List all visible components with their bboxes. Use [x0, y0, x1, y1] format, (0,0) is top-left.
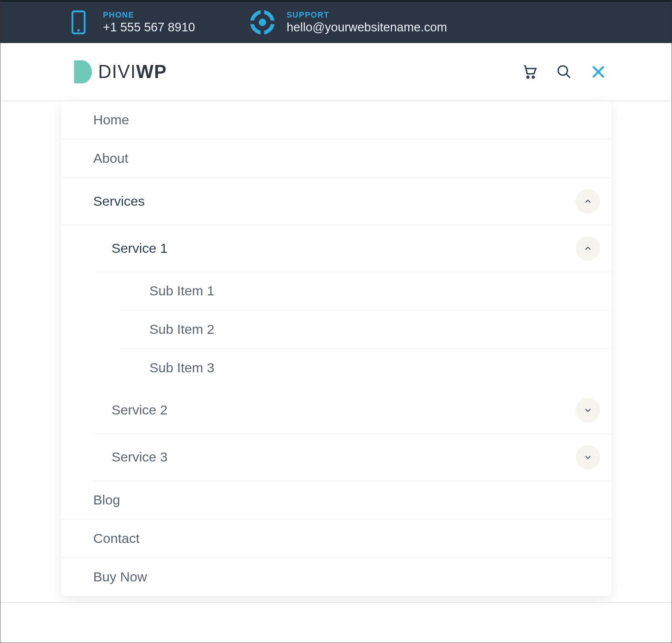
menu-label: Sub Item 1: [149, 283, 214, 299]
service-1-submenu: Sub Item 1 Sub Item 2 Sub Item 3: [119, 272, 611, 387]
menu-item-about[interactable]: About: [62, 140, 611, 178]
menu-item-blog[interactable]: Blog: [62, 481, 611, 520]
phone-block: PHONE +1 555 567 8910: [66, 10, 195, 34]
menu-item-service-1[interactable]: Service 1: [93, 225, 611, 272]
svg-rect-6: [250, 21, 255, 24]
svg-rect-5: [260, 30, 264, 35]
support-label: SUPPORT: [287, 10, 447, 19]
menu-item-service-3[interactable]: Service 3: [93, 434, 611, 481]
logo[interactable]: DIVIWP: [66, 59, 167, 85]
menu-item-service-2[interactable]: Service 2: [93, 387, 611, 434]
chevron-up-icon[interactable]: [576, 236, 600, 260]
services-submenu: Service 1 Sub Item 1 Sub Item 2 Sub Item…: [93, 225, 611, 481]
mobile-menu-panel: Home About Services Service 1 Sub Item 1: [62, 101, 611, 596]
menu-label: Home: [93, 112, 129, 128]
chevron-down-icon[interactable]: [576, 445, 600, 469]
support-block: SUPPORT hello@yourwebsitename.com: [250, 10, 447, 34]
menu-item-sub-2[interactable]: Sub Item 2: [119, 311, 611, 349]
svg-point-9: [532, 76, 534, 78]
menu-item-buy-now[interactable]: Buy Now: [62, 558, 611, 596]
svg-point-10: [558, 66, 567, 75]
menu-item-home[interactable]: Home: [62, 101, 611, 140]
menu-label: Blog: [93, 492, 120, 508]
menu-label: Sub Item 3: [149, 360, 214, 376]
menu-label: Contact: [93, 531, 140, 547]
menu-label: Service 3: [112, 449, 168, 465]
menu-label: Sub Item 2: [149, 322, 214, 338]
svg-point-1: [77, 29, 80, 32]
support-value: hello@yourwebsitename.com: [287, 21, 447, 35]
menu-item-sub-1[interactable]: Sub Item 1: [119, 272, 611, 311]
close-icon[interactable]: [590, 64, 606, 80]
chevron-up-icon[interactable]: [576, 189, 600, 214]
svg-point-8: [527, 76, 529, 78]
menu-label: About: [93, 150, 128, 167]
phone-icon: [66, 10, 91, 34]
menu-item-contact[interactable]: Contact: [62, 520, 611, 558]
support-icon: [250, 10, 274, 34]
search-icon[interactable]: [556, 64, 572, 80]
phone-label: PHONE: [103, 10, 195, 19]
menu-item-sub-3[interactable]: Sub Item 3: [119, 349, 611, 387]
menu-label: Service 1: [112, 240, 168, 257]
logo-mark-icon: [66, 59, 92, 85]
logo-text: DIVIWP: [98, 62, 167, 83]
menu-label: Service 2: [112, 402, 168, 418]
divider: [0, 602, 672, 603]
chevron-down-icon[interactable]: [576, 398, 600, 422]
menu-label: Buy Now: [93, 569, 147, 585]
cart-icon[interactable]: [522, 64, 538, 80]
menu-item-services[interactable]: Services: [62, 178, 611, 225]
svg-rect-7: [270, 21, 274, 24]
topbar: PHONE +1 555 567 8910 SUPPORT hello@your…: [0, 0, 672, 43]
svg-point-3: [259, 19, 266, 26]
menu-label: Services: [93, 193, 145, 209]
header: DIVIWP: [0, 43, 672, 101]
phone-value: +1 555 567 8910: [103, 21, 195, 35]
svg-rect-4: [260, 10, 264, 15]
svg-line-11: [566, 74, 570, 78]
